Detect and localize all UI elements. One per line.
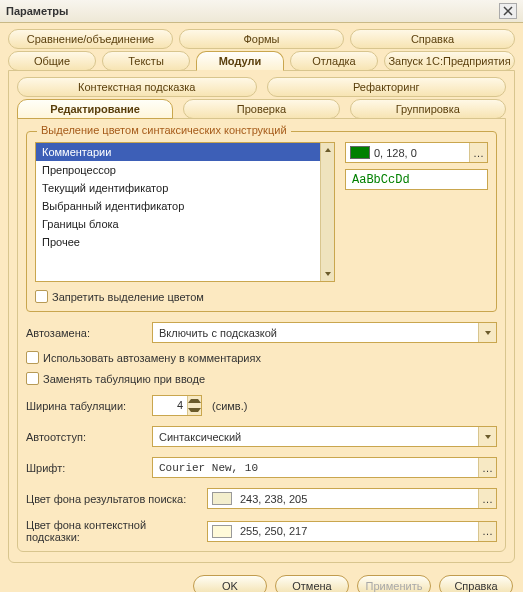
tab-launch[interactable]: Запуск 1С:Предприятия [384, 51, 515, 71]
font-picker-button[interactable]: … [478, 458, 496, 477]
hint-bg-value: 255, 250, 217 [236, 525, 478, 537]
scroll-up-button[interactable] [322, 143, 334, 157]
help-button[interactable]: Справка [439, 575, 513, 592]
subtab-refactoring[interactable]: Рефакторинг [267, 77, 507, 97]
autoreplace-label: Автозамена: [26, 327, 146, 339]
cancel-button[interactable]: Отмена [275, 575, 349, 592]
close-icon [503, 6, 513, 16]
editing-panel: Выделение цветом синтаксических конструк… [17, 118, 506, 552]
autoindent-select[interactable]: Синтаксический [152, 426, 497, 447]
dropdown-button[interactable] [478, 323, 496, 342]
chevron-up-icon [188, 399, 201, 403]
spin-down-button[interactable] [188, 406, 201, 416]
replace-tabs-checkbox[interactable] [26, 372, 39, 385]
tab-forms[interactable]: Формы [179, 29, 344, 49]
syntax-legend: Выделение цветом синтаксических конструк… [37, 124, 291, 136]
autocomplete-comments-checkbox[interactable] [26, 351, 39, 364]
list-item[interactable]: Текущий идентификатор [36, 179, 320, 197]
subtabs-row-1: Контекстная подсказка Рефакторинг [17, 77, 506, 97]
font-value: Courier New, 10 [153, 462, 478, 474]
chevron-down-icon [485, 435, 491, 439]
window-title: Параметры [6, 5, 499, 17]
subtab-check[interactable]: Проверка [183, 99, 339, 119]
search-bg-field[interactable]: 243, 238, 205 … [207, 488, 497, 509]
disable-highlight-checkbox[interactable] [35, 290, 48, 303]
tab-width-value: 4 [153, 396, 187, 415]
close-button[interactable] [499, 3, 517, 19]
syntax-listbox[interactable]: Комментарии Препроцессор Текущий идентиф… [35, 142, 335, 282]
apply-button[interactable]: Применить [357, 575, 431, 592]
chevron-down-icon [325, 272, 331, 276]
search-bg-value: 243, 238, 205 [236, 493, 478, 505]
search-bg-label: Цвет фона результатов поиска: [26, 493, 201, 505]
tab-width-input[interactable]: 4 [152, 395, 202, 416]
hint-bg-label: Цвет фона контекстной подсказки: [26, 519, 201, 543]
color-swatch [350, 146, 370, 159]
tab-width-unit: (симв.) [212, 400, 247, 412]
list-item[interactable]: Комментарии [36, 143, 320, 161]
tab-help[interactable]: Справка [350, 29, 515, 49]
subtab-context-hint[interactable]: Контекстная подсказка [17, 77, 257, 97]
color-picker-button[interactable]: … [478, 522, 496, 541]
titlebar: Параметры [0, 0, 523, 23]
list-scrollbar[interactable] [320, 143, 334, 281]
autoreplace-select[interactable]: Включить с подсказкой [152, 322, 497, 343]
tab-width-label: Ширина табуляции: [26, 400, 146, 412]
color-swatch [212, 492, 232, 505]
scroll-down-button[interactable] [322, 267, 334, 281]
color-input[interactable]: 0, 128, 0 … [345, 142, 488, 163]
ok-button[interactable]: OK [193, 575, 267, 592]
tabs-row-2: Общие Тексты Модули Отладка Запуск 1С:Пр… [8, 51, 515, 71]
subtab-grouping[interactable]: Группировка [350, 99, 506, 119]
tab-general[interactable]: Общие [8, 51, 96, 71]
modules-panel: Контекстная подсказка Рефакторинг Редакт… [8, 70, 515, 563]
autoindent-value: Синтаксический [153, 431, 478, 443]
list-item[interactable]: Прочее [36, 233, 320, 251]
replace-tabs-label: Заменять табуляцию при вводе [43, 373, 205, 385]
autocomplete-comments-label: Использовать автозамену в комментариях [43, 352, 261, 364]
syntax-highlight-fieldset: Выделение цветом синтаксических конструк… [26, 131, 497, 312]
tabs-row-1: Сравнение/объединение Формы Справка [8, 29, 515, 49]
color-value-text: 0, 128, 0 [374, 147, 469, 159]
color-picker-button[interactable]: … [478, 489, 496, 508]
chevron-down-icon [485, 331, 491, 335]
font-label: Шрифт: [26, 462, 146, 474]
subtab-editing[interactable]: Редактирование [17, 99, 173, 119]
tab-debug[interactable]: Отладка [290, 51, 378, 71]
button-bar: OK Отмена Применить Справка [0, 567, 523, 592]
color-swatch [212, 525, 232, 538]
tab-modules[interactable]: Модули [196, 51, 284, 71]
autoindent-label: Автоотступ: [26, 431, 146, 443]
chevron-up-icon [325, 148, 331, 152]
chevron-down-icon [188, 408, 201, 412]
list-item[interactable]: Препроцессор [36, 161, 320, 179]
autoreplace-value: Включить с подсказкой [153, 327, 478, 339]
font-field[interactable]: Courier New, 10 … [152, 457, 497, 478]
list-item[interactable]: Границы блока [36, 215, 320, 233]
color-picker-button[interactable]: … [469, 143, 487, 162]
syntax-preview: AaBbCcDd [345, 169, 488, 190]
tab-compare-merge[interactable]: Сравнение/объединение [8, 29, 173, 49]
disable-highlight-label: Запретить выделение цветом [52, 291, 204, 303]
tab-texts[interactable]: Тексты [102, 51, 190, 71]
list-item[interactable]: Выбранный идентификатор [36, 197, 320, 215]
hint-bg-field[interactable]: 255, 250, 217 … [207, 521, 497, 542]
spin-up-button[interactable] [188, 396, 201, 406]
dropdown-button[interactable] [478, 427, 496, 446]
subtabs-row-2: Редактирование Проверка Группировка [17, 99, 506, 119]
